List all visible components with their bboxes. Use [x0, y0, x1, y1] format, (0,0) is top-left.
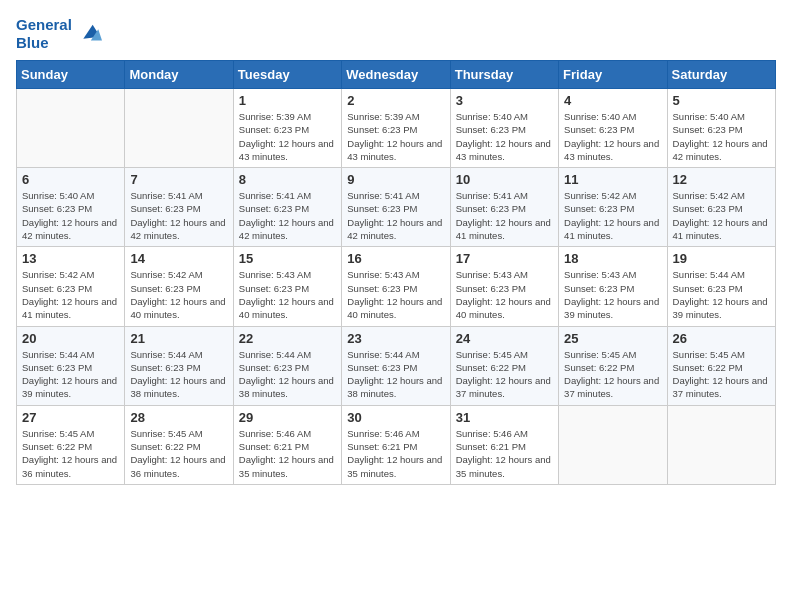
day-number: 29: [239, 410, 336, 425]
calendar-cell: 9Sunrise: 5:41 AM Sunset: 6:23 PM Daylig…: [342, 168, 450, 247]
day-number: 16: [347, 251, 444, 266]
calendar-cell: 26Sunrise: 5:45 AM Sunset: 6:22 PM Dayli…: [667, 326, 775, 405]
calendar-cell: 6Sunrise: 5:40 AM Sunset: 6:23 PM Daylig…: [17, 168, 125, 247]
calendar-cell: 1Sunrise: 5:39 AM Sunset: 6:23 PM Daylig…: [233, 89, 341, 168]
column-header-monday: Monday: [125, 61, 233, 89]
day-info: Sunrise: 5:46 AM Sunset: 6:21 PM Dayligh…: [456, 427, 553, 480]
day-number: 9: [347, 172, 444, 187]
calendar-cell: 21Sunrise: 5:44 AM Sunset: 6:23 PM Dayli…: [125, 326, 233, 405]
day-number: 2: [347, 93, 444, 108]
calendar-cell: 20Sunrise: 5:44 AM Sunset: 6:23 PM Dayli…: [17, 326, 125, 405]
column-header-wednesday: Wednesday: [342, 61, 450, 89]
calendar-cell: [559, 405, 667, 484]
day-number: 14: [130, 251, 227, 266]
day-number: 27: [22, 410, 119, 425]
calendar-cell: 14Sunrise: 5:42 AM Sunset: 6:23 PM Dayli…: [125, 247, 233, 326]
column-header-sunday: Sunday: [17, 61, 125, 89]
day-number: 7: [130, 172, 227, 187]
day-info: Sunrise: 5:41 AM Sunset: 6:23 PM Dayligh…: [456, 189, 553, 242]
calendar-cell: 7Sunrise: 5:41 AM Sunset: 6:23 PM Daylig…: [125, 168, 233, 247]
day-info: Sunrise: 5:46 AM Sunset: 6:21 PM Dayligh…: [347, 427, 444, 480]
calendar-cell: 31Sunrise: 5:46 AM Sunset: 6:21 PM Dayli…: [450, 405, 558, 484]
day-info: Sunrise: 5:44 AM Sunset: 6:23 PM Dayligh…: [347, 348, 444, 401]
day-info: Sunrise: 5:40 AM Sunset: 6:23 PM Dayligh…: [673, 110, 770, 163]
logo-icon: [74, 20, 102, 48]
day-number: 18: [564, 251, 661, 266]
day-info: Sunrise: 5:39 AM Sunset: 6:23 PM Dayligh…: [347, 110, 444, 163]
day-info: Sunrise: 5:42 AM Sunset: 6:23 PM Dayligh…: [130, 268, 227, 321]
day-info: Sunrise: 5:40 AM Sunset: 6:23 PM Dayligh…: [22, 189, 119, 242]
day-info: Sunrise: 5:43 AM Sunset: 6:23 PM Dayligh…: [347, 268, 444, 321]
column-header-tuesday: Tuesday: [233, 61, 341, 89]
day-info: Sunrise: 5:42 AM Sunset: 6:23 PM Dayligh…: [673, 189, 770, 242]
calendar-cell: 24Sunrise: 5:45 AM Sunset: 6:22 PM Dayli…: [450, 326, 558, 405]
day-info: Sunrise: 5:44 AM Sunset: 6:23 PM Dayligh…: [673, 268, 770, 321]
calendar-week-row: 6Sunrise: 5:40 AM Sunset: 6:23 PM Daylig…: [17, 168, 776, 247]
day-info: Sunrise: 5:42 AM Sunset: 6:23 PM Dayligh…: [564, 189, 661, 242]
day-info: Sunrise: 5:40 AM Sunset: 6:23 PM Dayligh…: [564, 110, 661, 163]
day-number: 10: [456, 172, 553, 187]
day-number: 3: [456, 93, 553, 108]
day-number: 4: [564, 93, 661, 108]
day-number: 22: [239, 331, 336, 346]
day-number: 1: [239, 93, 336, 108]
day-number: 8: [239, 172, 336, 187]
day-number: 5: [673, 93, 770, 108]
day-number: 20: [22, 331, 119, 346]
day-number: 17: [456, 251, 553, 266]
calendar-table: SundayMondayTuesdayWednesdayThursdayFrid…: [16, 60, 776, 485]
calendar-cell: 29Sunrise: 5:46 AM Sunset: 6:21 PM Dayli…: [233, 405, 341, 484]
calendar-cell: [125, 89, 233, 168]
day-info: Sunrise: 5:39 AM Sunset: 6:23 PM Dayligh…: [239, 110, 336, 163]
calendar-cell: 23Sunrise: 5:44 AM Sunset: 6:23 PM Dayli…: [342, 326, 450, 405]
calendar-cell: 19Sunrise: 5:44 AM Sunset: 6:23 PM Dayli…: [667, 247, 775, 326]
calendar-cell: 27Sunrise: 5:45 AM Sunset: 6:22 PM Dayli…: [17, 405, 125, 484]
calendar-cell: 17Sunrise: 5:43 AM Sunset: 6:23 PM Dayli…: [450, 247, 558, 326]
day-info: Sunrise: 5:44 AM Sunset: 6:23 PM Dayligh…: [239, 348, 336, 401]
day-info: Sunrise: 5:40 AM Sunset: 6:23 PM Dayligh…: [456, 110, 553, 163]
calendar-week-row: 20Sunrise: 5:44 AM Sunset: 6:23 PM Dayli…: [17, 326, 776, 405]
day-number: 25: [564, 331, 661, 346]
day-number: 13: [22, 251, 119, 266]
day-info: Sunrise: 5:44 AM Sunset: 6:23 PM Dayligh…: [130, 348, 227, 401]
day-number: 6: [22, 172, 119, 187]
day-number: 11: [564, 172, 661, 187]
day-number: 23: [347, 331, 444, 346]
calendar-cell: 10Sunrise: 5:41 AM Sunset: 6:23 PM Dayli…: [450, 168, 558, 247]
column-header-saturday: Saturday: [667, 61, 775, 89]
calendar-cell: 15Sunrise: 5:43 AM Sunset: 6:23 PM Dayli…: [233, 247, 341, 326]
calendar-cell: 25Sunrise: 5:45 AM Sunset: 6:22 PM Dayli…: [559, 326, 667, 405]
day-number: 30: [347, 410, 444, 425]
day-number: 28: [130, 410, 227, 425]
day-info: Sunrise: 5:46 AM Sunset: 6:21 PM Dayligh…: [239, 427, 336, 480]
day-info: Sunrise: 5:43 AM Sunset: 6:23 PM Dayligh…: [456, 268, 553, 321]
calendar-cell: 13Sunrise: 5:42 AM Sunset: 6:23 PM Dayli…: [17, 247, 125, 326]
day-number: 15: [239, 251, 336, 266]
calendar-cell: 4Sunrise: 5:40 AM Sunset: 6:23 PM Daylig…: [559, 89, 667, 168]
page-header: General Blue: [16, 16, 776, 52]
day-info: Sunrise: 5:43 AM Sunset: 6:23 PM Dayligh…: [564, 268, 661, 321]
calendar-cell: 22Sunrise: 5:44 AM Sunset: 6:23 PM Dayli…: [233, 326, 341, 405]
day-info: Sunrise: 5:44 AM Sunset: 6:23 PM Dayligh…: [22, 348, 119, 401]
day-number: 31: [456, 410, 553, 425]
logo-text: General Blue: [16, 16, 72, 52]
calendar-cell: 8Sunrise: 5:41 AM Sunset: 6:23 PM Daylig…: [233, 168, 341, 247]
calendar-cell: [667, 405, 775, 484]
calendar-cell: 11Sunrise: 5:42 AM Sunset: 6:23 PM Dayli…: [559, 168, 667, 247]
calendar-week-row: 13Sunrise: 5:42 AM Sunset: 6:23 PM Dayli…: [17, 247, 776, 326]
day-info: Sunrise: 5:43 AM Sunset: 6:23 PM Dayligh…: [239, 268, 336, 321]
column-header-thursday: Thursday: [450, 61, 558, 89]
day-number: 26: [673, 331, 770, 346]
day-info: Sunrise: 5:45 AM Sunset: 6:22 PM Dayligh…: [564, 348, 661, 401]
calendar-cell: 5Sunrise: 5:40 AM Sunset: 6:23 PM Daylig…: [667, 89, 775, 168]
calendar-cell: 3Sunrise: 5:40 AM Sunset: 6:23 PM Daylig…: [450, 89, 558, 168]
day-info: Sunrise: 5:45 AM Sunset: 6:22 PM Dayligh…: [130, 427, 227, 480]
calendar-cell: [17, 89, 125, 168]
column-header-friday: Friday: [559, 61, 667, 89]
day-number: 21: [130, 331, 227, 346]
day-info: Sunrise: 5:45 AM Sunset: 6:22 PM Dayligh…: [22, 427, 119, 480]
day-info: Sunrise: 5:45 AM Sunset: 6:22 PM Dayligh…: [673, 348, 770, 401]
day-info: Sunrise: 5:42 AM Sunset: 6:23 PM Dayligh…: [22, 268, 119, 321]
calendar-cell: 16Sunrise: 5:43 AM Sunset: 6:23 PM Dayli…: [342, 247, 450, 326]
day-number: 19: [673, 251, 770, 266]
